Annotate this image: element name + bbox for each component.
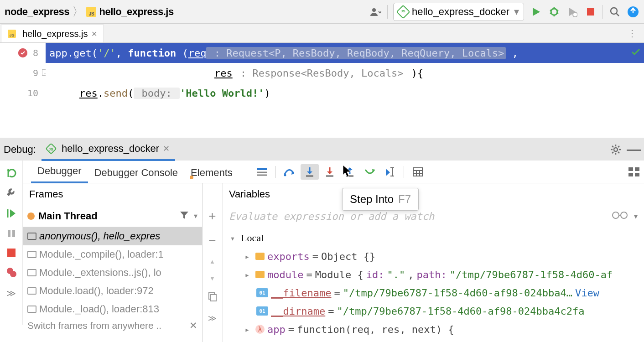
chevron-down-icon[interactable]: ▾ — [227, 233, 238, 243]
remove-frame-button[interactable]: − — [208, 233, 216, 248]
pause-button[interactable] — [7, 229, 16, 239]
svg-rect-52 — [211, 295, 216, 301]
rerun-button[interactable] — [5, 167, 17, 180]
js-file-icon: JS — [8, 30, 16, 38]
copy-icon[interactable] — [208, 292, 217, 303]
step-into-button[interactable] — [301, 164, 319, 180]
var-scope[interactable]: ▾Local — [227, 229, 639, 247]
frame-row[interactable]: Module._load(), loader:813 — [23, 300, 202, 318]
var-row[interactable]: ▸λ app = function(req, res, next) { — [227, 320, 639, 338]
lambda-icon: λ — [255, 325, 265, 334]
thread-selector[interactable]: Main Thread — [27, 210, 175, 222]
svg-line-22 — [618, 146, 619, 147]
code-line-9[interactable]: res : Response<ResBody, Locals> ){ — [46, 63, 644, 83]
dropdown-icon[interactable]: ▾ — [634, 212, 638, 221]
run-button[interactable] — [530, 5, 542, 18]
evaluate-input[interactable]: Evaluate expression or add a watch — [229, 211, 612, 222]
tab-elements[interactable]: Elements — [184, 162, 239, 183]
breadcrumb-file[interactable]: hello_express.js — [99, 6, 173, 18]
minimize-icon[interactable]: — — [628, 143, 640, 156]
svg-line-21 — [612, 152, 613, 153]
frame-icon — [27, 287, 36, 295]
user-icon[interactable] — [369, 5, 382, 18]
layout-icon[interactable] — [628, 166, 640, 178]
var-row[interactable]: ▸ exports = Object {} — [227, 247, 639, 265]
svg-line-6 — [550, 13, 552, 14]
code-editor[interactable]: app.get('/', function (req : Request<P, … — [46, 43, 644, 138]
stop-debug-button[interactable] — [7, 249, 16, 258]
frame-icon — [27, 251, 36, 258]
svg-point-50 — [10, 271, 16, 277]
close-icon[interactable]: ✕ — [163, 144, 170, 154]
var-row[interactable]: ▸ module = Module {id: ".", path: "/tmp/… — [227, 265, 639, 284]
code-line-8[interactable]: app.get('/', function (req : Request<P, … — [46, 43, 644, 63]
more-icon[interactable]: ≫ — [208, 313, 217, 323]
var-row[interactable]: 01 __dirname = "/tmp/79be6787-1f58-4d60-… — [227, 302, 639, 320]
svg-rect-36 — [413, 168, 422, 176]
line-number: 9 — [33, 67, 38, 78]
more-icon[interactable]: ≫ — [6, 288, 16, 299]
gear-icon[interactable] — [609, 143, 622, 156]
show-execution-point-button[interactable] — [253, 164, 271, 180]
tab-debugger[interactable]: Debugger — [31, 161, 88, 183]
breadcrumb[interactable]: node_express 〉 JS hello_express.js — [5, 4, 174, 20]
breakpoint-icon[interactable] — [18, 48, 27, 57]
breadcrumb-sep: 〉 — [72, 4, 84, 20]
svg-point-1 — [551, 9, 557, 15]
view-link[interactable]: View — [575, 287, 599, 299]
update-icon[interactable] — [627, 5, 639, 18]
code-line-10[interactable]: res.send( body: 'Hello World!') — [46, 83, 644, 103]
debug-panel-title: Debug: — [4, 144, 36, 155]
breadcrumb-project[interactable]: node_express — [5, 6, 69, 18]
drop-frame-button[interactable] — [361, 164, 379, 180]
editor-menu-icon[interactable]: ⋮ — [620, 24, 644, 42]
coverage-button[interactable] — [566, 5, 579, 18]
scroll-up-icon[interactable]: ▲ — [209, 258, 215, 265]
debug-button[interactable] — [548, 5, 561, 18]
svg-rect-44 — [635, 173, 639, 176]
glasses-icon[interactable] — [612, 210, 628, 222]
chevron-right-icon[interactable]: ▸ — [242, 252, 253, 261]
svg-rect-46 — [8, 230, 10, 237]
view-breakpoints-button[interactable] — [6, 267, 16, 279]
close-hint-icon[interactable]: ✕ — [189, 320, 197, 331]
scroll-down-icon[interactable]: ▼ — [209, 275, 215, 282]
svg-rect-48 — [7, 249, 16, 257]
var-row[interactable]: 01 __filename = "/tmp/79be6787-1f58-4d60… — [227, 284, 639, 302]
stop-button[interactable] — [584, 5, 597, 18]
debug-run-tab[interactable]: hello_express_docker ✕ — [42, 138, 175, 161]
tab-console[interactable]: Debugger Console — [88, 162, 184, 183]
search-icon[interactable] — [608, 5, 621, 18]
close-tab-icon[interactable]: ✕ — [91, 30, 97, 38]
frame-row[interactable]: Module.load(), loader:972 — [23, 282, 202, 300]
inspection-ok-icon[interactable] — [630, 47, 641, 60]
svg-line-20 — [618, 152, 619, 153]
frames-header: Frames — [23, 183, 202, 205]
object-icon — [255, 253, 265, 260]
node-icon — [396, 5, 410, 19]
svg-rect-41 — [628, 167, 633, 171]
resume-button[interactable] — [6, 208, 16, 220]
editor-tab[interactable]: JS hello_express.js ✕ — [1, 25, 104, 42]
svg-line-19 — [612, 146, 613, 147]
add-frame-button[interactable]: + — [208, 209, 216, 223]
run-config-select[interactable]: hello_express_docker ▾ — [393, 3, 524, 21]
value-icon: 01 — [256, 306, 268, 316]
frame-row[interactable]: Module._extensions..js(), lo — [23, 264, 202, 282]
run-to-cursor-button[interactable] — [381, 164, 399, 180]
step-over-button[interactable] — [280, 164, 299, 180]
chevron-right-icon[interactable]: ▸ — [242, 270, 253, 280]
dropdown-icon[interactable]: ▾ — [194, 212, 197, 220]
filter-icon[interactable] — [179, 211, 189, 221]
thread-status-icon — [27, 212, 35, 220]
frame-row-active[interactable]: anonymous(), hello_expres — [23, 227, 202, 245]
gutter[interactable]: 8 9 – 10 — [0, 43, 46, 138]
wrench-icon[interactable] — [6, 187, 17, 199]
svg-line-4 — [550, 10, 552, 11]
chevron-right-icon[interactable]: ▸ — [242, 325, 253, 334]
svg-rect-47 — [12, 230, 15, 237]
force-step-into-button[interactable] — [321, 164, 339, 180]
frame-row[interactable]: Module._compile(), loader:1 — [23, 245, 202, 264]
param-hint: body: — [134, 88, 180, 99]
evaluate-expression-button[interactable] — [409, 164, 427, 180]
